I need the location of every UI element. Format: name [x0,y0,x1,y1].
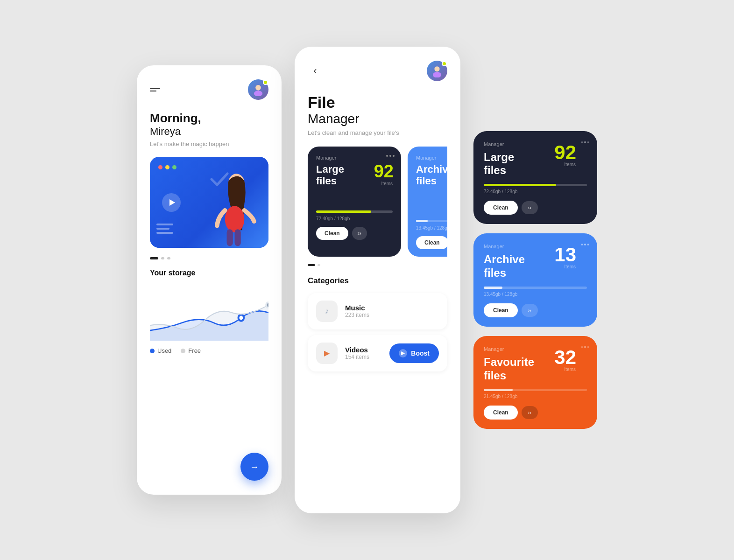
card2-clean-button[interactable]: Clean [416,236,447,249]
videos-category-item[interactable]: ▶ Videos 154 items ▶ Boost [308,335,447,371]
rc2-progress-bar [484,287,587,289]
legend-free: Free [181,347,201,354]
carousel-dot-2[interactable] [161,257,164,259]
greeting-subtitle: Let's make the magic happen [150,140,268,147]
carousel-dot-1[interactable] [150,257,158,259]
rc1-items-label: Items [565,162,576,167]
boost-icon: ▶ [399,349,407,357]
rc3-storage: 21.45gb / 128gb [484,394,587,399]
music-category-item[interactable]: ♪ Music 223 items [308,293,447,329]
greeting-section: Morning, Mireya [150,111,268,138]
rc3-progress-fill [484,389,513,391]
categories-title: Categories [308,276,447,286]
rc3-progress-bar [484,389,587,391]
card1-clean-button[interactable]: Clean [316,227,348,240]
rc3-clean-button[interactable]: Clean [484,406,518,420]
hero-illustration [150,157,268,248]
menu-icon[interactable] [150,88,160,91]
phone2-avatar[interactable] [427,61,447,81]
free-dot [181,349,185,353]
file-cards-row: Manager Large files 92 Items 72.40gb / 1… [308,147,447,257]
svg-point-1 [254,91,262,96]
right-cards-column: Manager Large files 92 Items 72.40gb / 1… [473,131,597,429]
rc1-arrow-button[interactable]: ›› [522,201,538,214]
videos-name: Videos [345,346,382,354]
rc1-progress-bar [484,184,587,186]
svg-rect-5 [227,230,233,246]
hero-play-button[interactable] [162,193,181,212]
right-card-favourite-files: Manager Favourite files 32 Items 21.45gb… [473,336,597,429]
rc1-progress-fill [484,184,556,186]
card1-manager-label: Manager [316,155,393,161]
phone2-card: File Manager Let's clean and manage your… [295,47,460,513]
used-dot [150,349,155,353]
greeting-name: Mireya [150,126,181,137]
hero-lines-decoration [156,224,173,234]
hero-window-dots [158,165,176,169]
carousel-dots [150,257,268,259]
rc2-clean-button[interactable]: Clean [484,303,518,317]
file-subtitle: Let's clean and manage your file's [308,129,447,136]
video-icon: ▶ [324,349,330,357]
back-button[interactable] [308,63,323,78]
svg-rect-6 [235,230,241,246]
rc3-btn-row: Clean ›› [484,406,587,420]
music-name: Music [345,304,439,312]
right-card-large-files: Manager Large files 92 Items 72.40gb / 1… [473,131,597,224]
rc1-clean-button[interactable]: Clean [484,201,518,215]
rc3-count: 32 [554,346,576,369]
cards-dot-1[interactable] [308,264,315,266]
storage-title: Your storage [150,269,268,277]
svg-point-8 [239,316,243,320]
file-title-bold: File [308,93,447,112]
card1-menu[interactable] [386,155,395,157]
rc2-items-label: Items [565,264,576,269]
phone1-header [150,79,268,100]
cards-carousel-dots [308,264,447,266]
card1-storage: 72.40gb / 128gb [316,216,393,221]
card2-title: Archives files [416,163,447,187]
rc2-btn-row: Clean ›› [484,303,587,317]
rc2-progress-fill [484,287,502,289]
rc2-menu[interactable] [581,244,589,245]
card1-arrow-button[interactable]: ›› [352,227,367,240]
rc1-menu[interactable] [581,141,589,143]
cards-dot-2[interactable] [318,264,320,266]
carousel-dot-3[interactable] [167,257,170,259]
main-container: Morning, Mireya Let's make the magic hap… [137,47,597,513]
card2-progress-bar [416,220,447,222]
legend-used: Used [150,347,171,354]
card1-count: 92 [374,162,394,180]
music-info: Music 223 items [345,304,439,318]
rc2-arrow-button[interactable]: ›› [522,304,538,317]
rc2-count: 13 [554,244,576,266]
music-icon: ♪ [325,306,329,316]
card2-storage: 13.45gb / 128gb [416,225,447,231]
card1-btn-row: Clean ›› [316,227,393,240]
navigate-arrow-button[interactable] [240,453,268,481]
card2-manager-label: Manager [416,155,447,161]
card1-items-label: Items [381,181,393,186]
greeting-bold: Morning, [150,111,201,125]
svg-point-2 [255,85,261,90]
card1-progress-bar [316,210,393,213]
card2-progress-fill [416,220,428,222]
music-icon-wrap: ♪ [316,301,338,322]
card2-btn-row: Clean [416,236,447,249]
large-files-card: Manager Large files 92 Items 72.40gb / 1… [308,147,401,257]
boost-button[interactable]: ▶ Boost [389,343,439,363]
rc1-btn-row: Clean ›› [484,201,587,215]
avatar[interactable] [248,79,268,100]
rc3-arrow-button[interactable]: ›› [522,406,538,419]
phone1-card: Morning, Mireya Let's make the magic hap… [137,65,282,495]
chart-legend: Used Free [150,347,268,354]
rc3-items-label: Items [565,367,576,372]
hero-checkmark-icon [208,167,231,190]
rc1-storage: 72.40gb / 128gb [484,189,587,194]
svg-point-4 [225,206,245,232]
videos-count: 154 items [345,354,382,360]
svg-point-12 [433,72,441,77]
right-card-archive-files: Manager Archive files 13 Items 13.45gb /… [473,233,597,327]
phone2-avatar-dot [442,61,447,66]
rc3-menu[interactable] [581,346,589,348]
